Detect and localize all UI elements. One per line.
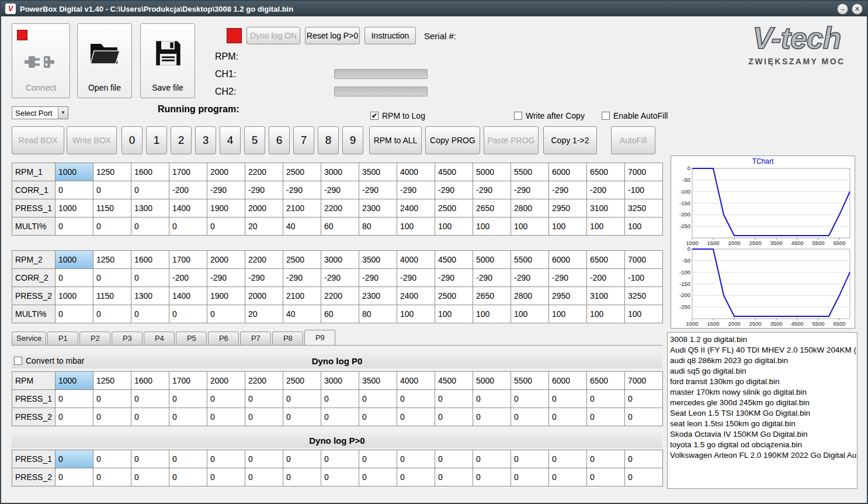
write-box-button[interactable]: Write BOX [67,126,117,154]
cell-multi--1[interactable]: 0 [93,305,131,323]
cell-corr-1-11[interactable]: -290 [473,181,511,199]
cell-press-1-10[interactable]: 0 [435,390,473,408]
cell-press-2-10[interactable]: 0 [435,468,473,486]
cell-rpm-2-2[interactable]: 1600 [131,251,169,269]
cell-rpm-2-5[interactable]: 2200 [245,251,283,269]
cell-multi--10[interactable]: 100 [435,305,473,323]
cell-corr-1-9[interactable]: -290 [397,181,435,199]
program-button-4[interactable]: 4 [220,126,241,154]
cell-press-2-1[interactable]: 1150 [93,287,131,305]
cell-rpm-2-0[interactable]: 1000 [55,251,93,269]
cell-press-1-11[interactable]: 0 [473,390,511,408]
cell-multi--7[interactable]: 60 [321,218,359,236]
cell-press-2-12[interactable]: 2800 [511,287,549,305]
file-list-item[interactable]: toyota 1.5 go digital od obciążenia.bin [668,440,857,450]
cell-press-2-1[interactable]: 0 [93,468,131,486]
cell-press-1-9[interactable]: 0 [397,450,435,468]
program-button-7[interactable]: 7 [293,126,314,154]
cell-press-2-10[interactable]: 2500 [435,287,473,305]
cell-rpm-10[interactable]: 4500 [435,372,473,390]
file-list-item[interactable]: Skoda Octavia IV 150KM Go Digital.bin [668,429,857,440]
cell-press-2-14[interactable]: 0 [587,468,625,486]
tab-p8[interactable]: P8 [272,332,303,345]
autofill-button[interactable]: AutoFill [611,126,655,154]
cell-press-2-8[interactable]: 2300 [359,287,397,305]
cell-press-2-14[interactable]: 0 [587,408,625,426]
cell-press-2-15[interactable]: 3250 [625,287,663,305]
cell-rpm-1-1[interactable]: 1250 [93,163,131,181]
cell-press-2-2[interactable]: 0 [131,468,169,486]
cell-multi--8[interactable]: 80 [359,305,397,323]
cell-rpm-2-3[interactable]: 1700 [169,251,207,269]
cell-multi--4[interactable]: 0 [207,218,245,236]
cell-multi--9[interactable]: 100 [397,218,435,236]
cell-corr-1-12[interactable]: -290 [511,181,549,199]
cell-multi--8[interactable]: 80 [359,218,397,236]
cell-press-2-2[interactable]: 1300 [131,287,169,305]
cell-press-1-5[interactable]: 2000 [245,199,283,218]
save-file-button[interactable]: Save file [140,23,195,98]
cell-corr-1-13[interactable]: -290 [549,181,587,199]
cell-rpm-14[interactable]: 6500 [587,372,625,390]
cell-rpm-2-14[interactable]: 6500 [587,251,625,269]
cell-corr-1-5[interactable]: -290 [245,181,283,199]
cell-rpm-2-12[interactable]: 5500 [511,251,549,269]
cell-corr-1-0[interactable]: 0 [55,181,93,199]
cell-press-2-7[interactable]: 0 [321,408,359,426]
cell-press-2-11[interactable]: 2650 [473,287,511,305]
cell-multi--6[interactable]: 40 [283,218,321,236]
cell-press-2-8[interactable]: 0 [359,468,397,486]
cell-press-2-3[interactable]: 0 [169,408,207,426]
cell-rpm-12[interactable]: 5500 [511,372,549,390]
cell-multi--15[interactable]: 100 [625,305,663,323]
cell-multi--6[interactable]: 40 [283,305,321,323]
tab-p4[interactable]: P4 [144,332,175,345]
cell-corr-1-4[interactable]: -290 [207,181,245,199]
cell-press-1-1[interactable]: 0 [93,390,131,408]
cell-press-1-4[interactable]: 1900 [207,199,245,218]
cell-press-2-11[interactable]: 0 [473,468,511,486]
cell-press-2-4[interactable]: 0 [207,408,245,426]
cell-rpm-1-9[interactable]: 4000 [397,163,435,181]
cell-rpm-1-7[interactable]: 3000 [321,163,359,181]
cell-press-2-4[interactable]: 0 [207,468,245,486]
cell-press-2-15[interactable]: 0 [625,408,663,426]
cell-press-1-11[interactable]: 2650 [473,199,511,218]
cell-press-2-10[interactable]: 0 [435,408,473,426]
cell-press-2-12[interactable]: 0 [511,408,549,426]
cell-rpm-1-15[interactable]: 7000 [625,163,663,181]
cell-press-1-8[interactable]: 0 [359,390,397,408]
cell-rpm-2-4[interactable]: 2000 [207,251,245,269]
rpm-to-all-button[interactable]: RPM to ALL [369,126,422,154]
cell-press-1-4[interactable]: 0 [207,450,245,468]
cell-corr-2-8[interactable]: -290 [359,269,397,287]
cell-press-2-6[interactable]: 0 [283,408,321,426]
file-list-item[interactable]: audi q8 286km 2023 go digital.bin [668,355,857,366]
cell-press-1-12[interactable]: 0 [511,450,549,468]
tab-service[interactable]: Service [12,332,46,345]
file-list-item[interactable]: master 170km nowy silnik go digital.bin [668,387,857,398]
cell-multi--1[interactable]: 0 [93,218,131,236]
connect-button[interactable]: Connect [12,23,70,98]
cell-press-1-13[interactable]: 0 [549,390,587,408]
cell-press-2-13[interactable]: 2950 [549,287,587,305]
cell-rpm-5[interactable]: 2200 [245,372,283,390]
cell-corr-1-2[interactable]: 0 [131,181,169,199]
cell-press-1-13[interactable]: 0 [549,450,587,468]
cell-press-2-5[interactable]: 0 [245,468,283,486]
cell-rpm-2-9[interactable]: 4000 [397,251,435,269]
cell-corr-2-9[interactable]: -290 [397,269,435,287]
cell-corr-1-3[interactable]: -200 [169,181,207,199]
cell-press-1-3[interactable]: 0 [169,390,207,408]
cell-press-2-3[interactable]: 0 [169,468,207,486]
file-list-item[interactable]: mercedes gle 300d 245km go digital.bin [668,398,857,408]
cell-corr-1-15[interactable]: -100 [625,181,663,199]
cell-rpm-1[interactable]: 1250 [93,372,131,390]
cell-press-2-13[interactable]: 0 [549,468,587,486]
cell-corr-2-3[interactable]: -200 [169,269,207,287]
cell-rpm-11[interactable]: 5000 [473,372,511,390]
cell-multi--14[interactable]: 100 [587,218,625,236]
rpm-to-log-checkbox[interactable]: ✔ RPM to Log [370,111,425,120]
cell-press-1-9[interactable]: 2400 [397,199,435,218]
cell-press-1-2[interactable]: 0 [131,390,169,408]
